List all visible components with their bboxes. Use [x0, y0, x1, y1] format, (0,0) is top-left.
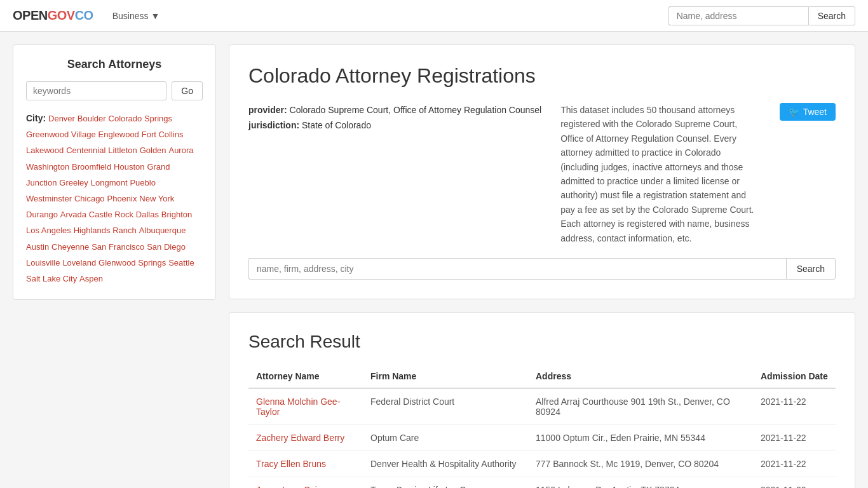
city-link[interactable]: Longmont: [91, 178, 128, 187]
logo-gov: GOV: [48, 8, 75, 22]
city-link[interactable]: San Diego: [147, 242, 186, 252]
main-nav: Business ▼: [106, 11, 166, 21]
attorney-name-cell: Jenny Lynn Coig: [248, 477, 363, 488]
col-firm-name: Firm Name: [363, 365, 528, 388]
city-link[interactable]: Pueblo: [130, 178, 155, 187]
city-link[interactable]: Castle Rock: [89, 210, 133, 219]
table-row: Zachery Edward BerryOptum Care11000 Optu…: [248, 424, 836, 451]
city-link[interactable]: Highlands Ranch: [74, 226, 137, 235]
date-cell: 2021-11-22: [753, 424, 836, 451]
jurisdiction-value: State of Colorado: [302, 120, 371, 130]
city-link[interactable]: Broomfield: [72, 162, 111, 172]
nav-business-label: Business: [112, 11, 149, 21]
city-link[interactable]: San Francisco: [92, 242, 144, 252]
sidebar-title: Search Attorneys: [26, 58, 203, 71]
logo-co: CO: [75, 8, 93, 22]
city-link[interactable]: Glenwood Springs: [98, 258, 166, 268]
city-link[interactable]: Seattle: [168, 258, 194, 268]
city-link[interactable]: New York: [139, 194, 174, 203]
address-cell: 1150 Lakeway Dr., Austin, TX 78734: [528, 477, 753, 488]
city-link[interactable]: Los Angeles: [26, 226, 71, 235]
col-attorney-name: Attorney Name: [248, 365, 363, 388]
date-cell: 2021-11-22: [753, 477, 836, 488]
attorney-name-cell: Zachery Edward Berry: [248, 424, 363, 451]
table-header: Attorney Name Firm Name Address Admissio…: [248, 365, 836, 388]
city-link[interactable]: Houston: [114, 162, 144, 172]
header: OPENGOVCO Business ▼ Search: [0, 0, 868, 32]
city-link[interactable]: Golden: [140, 146, 166, 155]
header-search: Search: [668, 6, 855, 25]
jurisdiction-row: jurisdiction: State of Colorado: [248, 118, 541, 133]
info-search-row: Search: [248, 258, 836, 280]
city-link[interactable]: Louisville: [26, 258, 60, 268]
tweet-label: Tweet: [803, 107, 827, 117]
city-link[interactable]: Boulder: [78, 114, 106, 123]
info-body: provider: Colorado Supreme Court, Office…: [248, 103, 836, 245]
attorney-name-link[interactable]: Tracy Ellen Bruns: [256, 459, 326, 469]
attorney-name-link[interactable]: Zachery Edward Berry: [256, 433, 344, 443]
attorney-name-link[interactable]: Jenny Lynn Coig: [256, 485, 322, 488]
city-link[interactable]: Dallas: [136, 210, 159, 219]
firm-name-cell: Denver Health & Hospitality Authority: [363, 451, 528, 477]
city-label: City:: [26, 113, 46, 123]
col-address: Address: [528, 365, 753, 388]
firm-name-cell: Federal District Court: [363, 388, 528, 425]
city-link[interactable]: Phoenix: [107, 194, 137, 203]
city-link[interactable]: Washington: [26, 162, 69, 172]
date-cell: 2021-11-22: [753, 451, 836, 477]
attorney-name-link[interactable]: Glenna Molchin Gee-Taylor: [256, 396, 340, 417]
address-cell: Alfred Arraj Courthouse 901 19th St., De…: [528, 388, 753, 425]
table-row: Tracy Ellen BrunsDenver Health & Hospita…: [248, 451, 836, 477]
firm-name-cell: Optum Care: [363, 424, 528, 451]
keyword-input[interactable]: [26, 81, 166, 100]
go-button[interactable]: Go: [172, 81, 203, 100]
city-link[interactable]: Arvada: [60, 210, 86, 219]
info-meta: provider: Colorado Supreme Court, Office…: [248, 103, 541, 245]
firm-name-cell: Texas Service Life Ins Co: [363, 477, 528, 488]
nav-business[interactable]: Business ▼: [106, 11, 166, 21]
col-admission-date: Admission Date: [753, 365, 836, 388]
city-link[interactable]: Salt Lake City: [26, 274, 77, 283]
tweet-button[interactable]: 🐦 Tweet: [780, 103, 836, 121]
city-link[interactable]: Westminster: [26, 194, 72, 203]
city-link[interactable]: Austin: [26, 242, 49, 252]
provider-row: provider: Colorado Supreme Court, Office…: [248, 103, 541, 118]
content: Colorado Attorney Registrations provider…: [229, 44, 855, 488]
city-link[interactable]: Lakewood: [26, 146, 64, 155]
city-link[interactable]: Chicago: [74, 194, 105, 203]
address-cell: 777 Bannock St., Mc 1919, Denver, CO 802…: [528, 451, 753, 477]
city-link[interactable]: Aurora: [168, 146, 193, 155]
city-link[interactable]: Greeley: [59, 178, 88, 187]
results-title: Search Result: [248, 332, 836, 352]
info-search-input[interactable]: [248, 258, 786, 280]
provider-value: Colorado Supreme Court, Office of Attorn…: [290, 105, 542, 115]
city-link[interactable]: Cheyenne: [51, 242, 89, 252]
twitter-icon: 🐦: [789, 107, 799, 117]
keyword-row: Go: [26, 81, 203, 100]
city-link[interactable]: Centennial: [66, 146, 105, 155]
table-row: Jenny Lynn CoigTexas Service Life Ins Co…: [248, 477, 836, 488]
city-link[interactable]: Littleton: [108, 146, 137, 155]
city-link[interactable]: Loveland: [62, 258, 96, 268]
city-link[interactable]: Colorado Springs: [109, 114, 172, 123]
city-link[interactable]: Denver: [48, 114, 75, 123]
city-link[interactable]: Durango: [26, 210, 58, 219]
info-search-button[interactable]: Search: [786, 258, 836, 280]
header-search-input[interactable]: [668, 6, 808, 25]
main-layout: Search Attorneys Go City: Denver Boulder…: [0, 32, 868, 488]
city-link[interactable]: Fort Collins: [142, 130, 184, 139]
jurisdiction-label: jurisdiction:: [248, 120, 299, 130]
results-card: Search Result Attorney Name Firm Name Ad…: [229, 312, 855, 488]
logo[interactable]: OPENGOVCO: [13, 8, 93, 23]
city-link[interactable]: Albuquerque: [139, 226, 186, 235]
city-link[interactable]: Englewood: [98, 130, 139, 139]
tweet-area: 🐦 Tweet: [780, 103, 836, 245]
address-cell: 11000 Optum Cir., Eden Prairie, MN 55344: [528, 424, 753, 451]
table-row: Glenna Molchin Gee-TaylorFederal Distric…: [248, 388, 836, 425]
city-link[interactable]: Brighton: [161, 210, 192, 219]
date-cell: 2021-11-22: [753, 388, 836, 425]
city-link[interactable]: Greenwood Village: [26, 130, 96, 139]
header-search-button[interactable]: Search: [808, 6, 855, 25]
city-link[interactable]: Aspen: [79, 274, 103, 283]
page-title: Colorado Attorney Registrations: [248, 64, 836, 88]
